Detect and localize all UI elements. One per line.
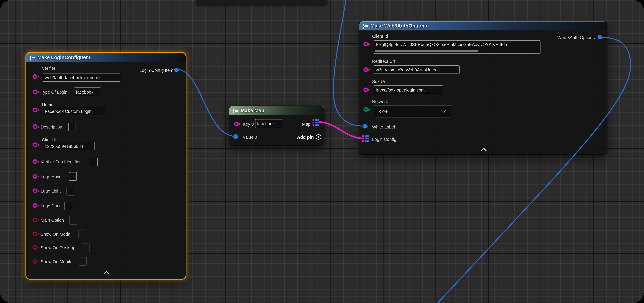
pin-label-show-on-desktop: Show On Desktop [40, 245, 75, 250]
pin-label-type-of-login: Type Of Login [40, 90, 68, 94]
pin-label-client-id: Client Id [372, 34, 388, 39]
struct-pill-icon [365, 25, 368, 27]
pin-client-id[interactable] [33, 142, 38, 147]
map-brace-icon: } [232, 108, 234, 113]
type-of-login-input[interactable]: facebook [74, 88, 101, 96]
pin-key-0[interactable] [234, 122, 238, 126]
client-id-scrollbar[interactable] [374, 50, 478, 52]
node-title: Make Web3AuthOptions [370, 23, 427, 29]
node-make-map[interactable]: } Make Map Key 0 facebook Map Value 0 Ad… [229, 106, 324, 146]
offscreen-node-edge[interactable] [196, 0, 327, 5]
pin-label-sdk-url: Sdk Url [372, 79, 386, 84]
output-pin-label-map: Map [302, 122, 310, 126]
show-on-modal-checkbox[interactable] [78, 230, 86, 238]
pin-white-label[interactable] [362, 124, 367, 128]
pin-label-value-0: Value 0 [243, 135, 257, 140]
pin-login-config-grid-icon[interactable] [362, 135, 369, 142]
node-make-web3authoptions[interactable]: } Make Web3AuthOptions Web 3Auth Options… [359, 21, 608, 155]
pin-verifier[interactable] [33, 74, 38, 79]
pin-client-id[interactable] [364, 42, 368, 46]
pin-label-name: Name [42, 102, 54, 107]
pin-redirect-url[interactable] [364, 67, 368, 72]
pin-label-white-label: White Label [372, 124, 395, 130]
pin-value-0[interactable] [233, 134, 238, 139]
node-make-loginconfigitem[interactable]: } Make LoginConfigItem Login Config Item… [26, 52, 186, 280]
verifier-sub-identifier-input[interactable] [90, 158, 98, 166]
pin-label-client-id: Client Id [42, 137, 58, 142]
struct-brace-icon: } [30, 55, 32, 60]
pin-label-key-0: Key 0 [243, 122, 254, 126]
pin-label-redirect-url: Redirect Url [372, 59, 395, 64]
name-input[interactable]: Facebook Custom Login [43, 107, 106, 115]
pin-label-network: Network [372, 99, 388, 104]
pin-network[interactable] [364, 107, 368, 112]
struct-pill-icon [32, 57, 35, 58]
logo-light-input[interactable] [66, 187, 74, 196]
pin-label-show-on-mobile: Show On Mobile [40, 259, 72, 264]
pin-show-on-desktop[interactable] [33, 245, 38, 250]
struct-brace-icon: } [362, 23, 365, 28]
chevron-down-icon [442, 109, 446, 113]
pin-main-option[interactable] [33, 218, 38, 222]
pin-label-login-config: Login Config [372, 137, 396, 142]
pin-label-main-option: Main Option [40, 218, 64, 222]
redirect-url-input[interactable]: w3a://com.w3a.Web3AuthUnreal [374, 65, 460, 74]
output-pin-label: Web 3Auth Options [558, 35, 595, 40]
show-on-desktop-checkbox[interactable] [82, 244, 90, 252]
output-pin-label: Login Config Item [140, 68, 173, 73]
node-title: Make Map [241, 108, 264, 113]
pin-name[interactable] [33, 108, 38, 112]
pin-logo-light[interactable] [33, 188, 38, 193]
main-option-checkbox[interactable] [70, 216, 77, 224]
pin-logo-hover[interactable] [33, 174, 38, 178]
network-dropdown[interactable]: CYAN [374, 105, 451, 118]
verifier-input[interactable]: web3auth-facebook-example [43, 73, 120, 82]
pin-sdk-url[interactable] [364, 88, 368, 92]
logo-dark-input[interactable] [64, 202, 72, 210]
blueprint-editor-stage: } Make LoginConfigItem Login Config Item… [0, 0, 644, 303]
output-pin-web3auth-options[interactable] [598, 35, 602, 40]
pin-logo-dark[interactable] [33, 203, 38, 208]
pin-verifier-sub-identifier[interactable] [33, 159, 38, 164]
pin-show-on-mobile[interactable] [33, 259, 38, 264]
pin-label-logo-hover: Logo Hover [40, 174, 63, 179]
pin-description[interactable] [33, 124, 38, 129]
sdk-url-input[interactable]: https://sdk.openlogin.com [374, 85, 443, 94]
wire-map-to-loginconfig[interactable] [319, 122, 362, 138]
description-input[interactable] [68, 123, 76, 131]
chevron-up-icon[interactable] [104, 271, 109, 277]
network-dropdown-value: CYAN [379, 110, 442, 113]
pin-type-of-login[interactable] [33, 90, 38, 94]
logo-hover-input[interactable] [69, 172, 77, 181]
chevron-up-icon[interactable] [481, 148, 487, 154]
node-header[interactable]: } Make LoginConfigItem [26, 53, 186, 62]
map-lines-icon [235, 109, 238, 112]
graph-canvas[interactable]: } Make LoginConfigItem Login Config Item… [0, 0, 644, 303]
pin-show-on-modal[interactable] [33, 232, 38, 236]
node-header[interactable]: } Make Map [229, 106, 324, 115]
pin-label-logo-dark: Logo Dark [40, 203, 60, 208]
output-pin-login-config-item[interactable] [174, 68, 178, 72]
circled-plus-icon[interactable]: + [316, 134, 321, 140]
node-header[interactable]: } Make Web3AuthOptions [360, 21, 607, 30]
pin-label-show-on-modal: Show On Modal [40, 232, 71, 236]
key-0-input[interactable]: facebook [255, 119, 284, 128]
pin-label-verifier: Verifier [42, 66, 55, 71]
wire-top-to-whitelabel[interactable] [334, 0, 362, 126]
pin-label-description: Description [40, 124, 62, 130]
output-pin-map-grid-icon[interactable] [312, 119, 319, 126]
pin-label-verifier-sub-identifier: Verifier Sub Identifier [40, 159, 80, 164]
show-on-mobile-checkbox[interactable] [79, 257, 87, 266]
node-title: Make LoginConfigItem [38, 54, 90, 60]
client-id-input[interactable]: 1222658941886084 [43, 142, 95, 150]
add-pin-button[interactable]: Add pin [297, 135, 314, 140]
pin-label-logo-light: Logo Light [40, 188, 61, 194]
